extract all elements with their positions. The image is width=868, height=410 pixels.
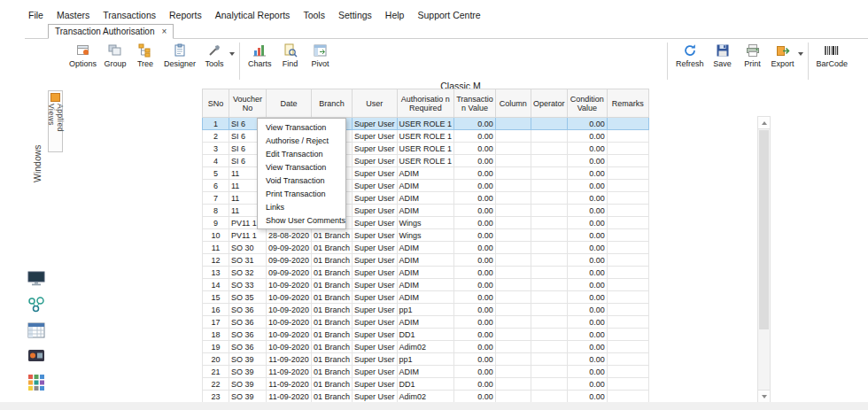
table-row[interactable]: 21SO 3911-09-202001 BranchSuper UserADIM… [203, 366, 649, 378]
cell-branch[interactable]: 01 Branch [312, 229, 353, 242]
cell-branch[interactable]: 01 Branch [312, 316, 353, 329]
cell-sno[interactable]: 6 [203, 180, 229, 192]
cell-date[interactable]: 11-09-2020 [267, 378, 312, 391]
cell-remarks[interactable] [607, 130, 648, 143]
table-row[interactable]: 22SO 3911-09-202001 BranchSuper UserDD10… [203, 378, 649, 391]
cell-auth[interactable]: ADIM [397, 316, 454, 329]
find-button[interactable]: Find [275, 41, 306, 70]
cell-operator[interactable] [531, 118, 567, 130]
cell-user[interactable]: Super User [353, 304, 398, 316]
cell-date[interactable]: 10-09-2020 [267, 316, 312, 329]
charts-button[interactable]: Charts [244, 41, 275, 70]
chevron-down-icon[interactable] [798, 52, 803, 56]
export-button[interactable]: Export [768, 41, 798, 70]
cell-date[interactable]: 28-08-2020 [267, 229, 312, 242]
menu-item-tools[interactable]: Tools [301, 9, 327, 21]
cell-user[interactable]: Super User [353, 391, 398, 403]
cell-column[interactable] [495, 155, 531, 167]
cell-voucher[interactable]: SO 39 [229, 366, 267, 378]
cell-user[interactable]: Super User [353, 378, 398, 391]
cell-operator[interactable] [531, 192, 567, 205]
cell-tvalue[interactable]: 0.00 [454, 316, 496, 329]
cell-user[interactable]: Super User [353, 192, 398, 205]
context-menu-item[interactable]: View Transaction [258, 160, 345, 174]
cell-remarks[interactable] [607, 353, 648, 366]
column-header[interactable]: User [353, 89, 398, 118]
cell-user[interactable]: Super User [353, 341, 398, 353]
cell-remarks[interactable] [607, 167, 648, 180]
cell-sno[interactable]: 9 [203, 217, 229, 229]
cell-sno[interactable]: 11 [203, 242, 229, 254]
cell-voucher[interactable]: SO 33 [229, 279, 267, 291]
cell-remarks[interactable] [607, 205, 648, 217]
cell-remarks[interactable] [607, 254, 648, 267]
cell-auth[interactable]: ADIM [397, 242, 454, 254]
cell-date[interactable]: 10-09-2020 [267, 279, 312, 291]
cell-sno[interactable]: 20 [203, 353, 229, 366]
cell-column[interactable] [495, 304, 531, 316]
cell-branch[interactable]: 01 Branch [312, 279, 353, 291]
column-header[interactable]: Authorisatio n Required [397, 89, 454, 118]
cell-column[interactable] [495, 118, 531, 130]
column-header[interactable]: Remarks [607, 89, 648, 118]
cell-tvalue[interactable]: 0.00 [454, 192, 496, 205]
cell-cvalue[interactable]: 0.00 [567, 304, 607, 316]
cell-cvalue[interactable]: 0.00 [567, 279, 607, 291]
cell-sno[interactable]: 5 [203, 167, 229, 180]
cell-tvalue[interactable]: 0.00 [454, 353, 496, 366]
scroll-up-button[interactable] [758, 117, 770, 129]
cell-sno[interactable]: 10 [203, 229, 229, 242]
cell-date[interactable]: 11-09-2020 [267, 391, 312, 403]
cell-voucher[interactable]: SO 39 [229, 353, 267, 366]
cell-remarks[interactable] [607, 391, 648, 403]
cell-operator[interactable] [531, 304, 567, 316]
cell-sno[interactable]: 8 [203, 205, 229, 217]
cell-auth[interactable]: Adim02 [397, 341, 454, 353]
cell-remarks[interactable] [607, 118, 648, 130]
cell-sno[interactable]: 1 [203, 118, 229, 130]
table-row[interactable]: 19SO 3610-09-202001 BranchSuper UserAdim… [203, 341, 649, 353]
cell-sno[interactable]: 15 [203, 291, 229, 304]
cell-column[interactable] [495, 267, 531, 279]
cell-user[interactable]: Super User [353, 316, 398, 329]
cell-auth[interactable]: USER ROLE 1 [397, 155, 454, 167]
column-header[interactable]: Voucher No [229, 89, 267, 118]
cell-remarks[interactable] [607, 192, 648, 205]
cell-user[interactable]: Super User [353, 143, 398, 155]
cell-user[interactable]: Super User [353, 329, 398, 341]
cell-auth[interactable]: ADIM [397, 267, 454, 279]
column-header[interactable]: Operator [531, 89, 567, 118]
cell-operator[interactable] [531, 341, 567, 353]
cell-remarks[interactable] [607, 341, 648, 353]
cell-branch[interactable]: 01 Branch [312, 267, 353, 279]
cell-voucher[interactable]: SO 35 [229, 291, 267, 304]
cell-auth[interactable]: ADIM [397, 167, 454, 180]
menu-item-transactions[interactable]: Transactions [101, 9, 158, 21]
cell-cvalue[interactable]: 0.00 [567, 229, 607, 242]
menu-item-help[interactable]: Help [384, 9, 407, 21]
cell-user[interactable]: Super User [353, 205, 398, 217]
cell-user[interactable]: Super User [353, 366, 398, 378]
cell-branch[interactable]: 01 Branch [312, 391, 353, 403]
cell-operator[interactable] [531, 291, 567, 304]
cell-auth[interactable]: ADIM [397, 366, 454, 378]
table-row[interactable]: 11SO 3009-09-202001 BranchSuper UserADIM… [203, 242, 649, 254]
cell-remarks[interactable] [607, 217, 648, 229]
cell-cvalue[interactable]: 0.00 [567, 291, 607, 304]
cell-branch[interactable]: 01 Branch [312, 291, 353, 304]
cell-operator[interactable] [531, 267, 567, 279]
cell-cvalue[interactable]: 0.00 [567, 167, 607, 180]
cell-date[interactable]: 10-09-2020 [267, 329, 312, 341]
cell-user[interactable]: Super User [353, 267, 398, 279]
cell-operator[interactable] [531, 167, 567, 180]
cell-voucher[interactable]: SO 32 [229, 267, 267, 279]
cell-user[interactable]: Super User [353, 118, 398, 130]
cell-cvalue[interactable]: 0.00 [567, 378, 607, 391]
cell-tvalue[interactable]: 0.00 [454, 155, 496, 167]
cell-user[interactable]: Super User [353, 130, 398, 143]
cell-auth[interactable]: DD1 [397, 378, 454, 391]
save-button[interactable]: Save [708, 41, 738, 70]
tree-button[interactable]: Tree [130, 41, 160, 70]
cell-voucher[interactable]: SO 30 [229, 242, 267, 254]
menu-item-analytical-reports[interactable]: Analytical Reports [213, 9, 292, 21]
